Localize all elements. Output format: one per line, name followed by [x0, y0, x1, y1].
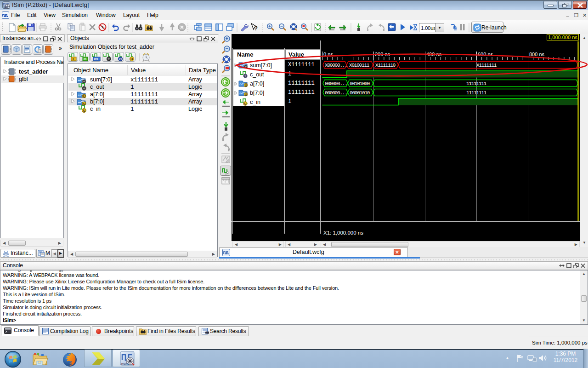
svg-text:I: I	[73, 57, 74, 61]
svg-text:00101000: 00101000	[350, 81, 370, 86]
svg-text:glbl: glbl	[19, 76, 28, 82]
svg-text:O: O	[84, 57, 86, 61]
svg-text:c_in: c_in	[90, 106, 101, 112]
svg-text:X00000...: X00000...	[325, 63, 347, 68]
svg-text:U: U	[244, 102, 247, 105]
svg-text:Logic: Logic	[188, 84, 202, 90]
svg-text:U: U	[83, 94, 85, 98]
svg-text:I/O: I/O	[94, 58, 98, 61]
svg-text:U: U	[83, 109, 85, 113]
svg-text:C: C	[119, 57, 122, 61]
svg-text:1: 1	[130, 84, 134, 91]
svg-text:c_in: c_in	[250, 99, 260, 105]
svg-text:Array: Array	[188, 91, 203, 98]
svg-text:Logic: Logic	[188, 106, 202, 112]
svg-text:Array: Array	[188, 98, 203, 105]
svg-text:X0100111: X0100111	[349, 63, 370, 68]
svg-text:X1111110: X1111110	[375, 63, 396, 68]
svg-text:b[7:0]: b[7:0]	[250, 90, 264, 96]
svg-text:test_adder: test_adder	[19, 69, 48, 75]
svg-text:ISIM: ISIM	[3, 6, 7, 9]
svg-text:ISim: ISim	[121, 362, 129, 366]
svg-text:sum[7:0]: sum[7:0]	[250, 62, 272, 69]
svg-text:a[7:0]: a[7:0]	[250, 80, 264, 87]
svg-text:U: U	[245, 84, 247, 87]
svg-text:400 ns: 400 ns	[426, 52, 442, 57]
svg-text:x1111111: x1111111	[130, 77, 158, 83]
svg-text:X1111111: X1111111	[476, 63, 497, 68]
svg-text:11111111: 11111111	[130, 92, 158, 98]
svg-text:b[7:0]: b[7:0]	[90, 98, 104, 105]
svg-text:0 ns: 0 ns	[323, 52, 333, 57]
svg-text:Array: Array	[188, 76, 203, 83]
svg-text:600 ns: 600 ns	[478, 52, 493, 57]
svg-text:?: ?	[254, 25, 258, 32]
svg-text:U: U	[130, 57, 133, 61]
svg-text:sum[7:0]: sum[7:0]	[90, 76, 112, 83]
svg-text:200 ns: 200 ns	[375, 52, 390, 57]
svg-text:000000...: 000000...	[325, 81, 347, 86]
svg-text:00001010: 00001010	[350, 90, 370, 96]
svg-text:U: U	[83, 102, 85, 105]
svg-text:11111111: 11111111	[466, 81, 487, 86]
svg-text:c_out: c_out	[250, 71, 264, 78]
svg-text:800 ns: 800 ns	[529, 52, 545, 57]
svg-text:c_out: c_out	[90, 84, 104, 90]
svg-text:11111111: 11111111	[466, 90, 487, 96]
svg-text:1: 1	[130, 106, 134, 113]
svg-text:a[7:0]: a[7:0]	[90, 91, 104, 98]
svg-text:U: U	[245, 93, 247, 96]
svg-text:X1: 1,000.000 ns: X1: 1,000.000 ns	[323, 230, 363, 236]
svg-text:11111111: 11111111	[130, 99, 158, 105]
svg-text:000000...: 000000...	[325, 90, 347, 96]
